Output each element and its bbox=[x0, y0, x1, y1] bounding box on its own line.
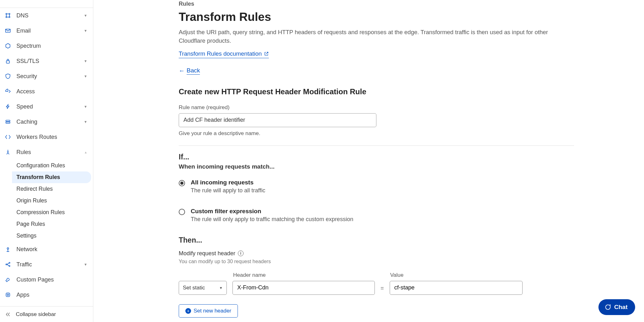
chevron-down-icon: ▼ bbox=[84, 74, 87, 78]
svg-rect-12 bbox=[6, 293, 10, 297]
page-title: Transform Rules bbox=[179, 10, 631, 24]
svg-point-2 bbox=[6, 16, 7, 17]
match-option-title: All incoming requests bbox=[191, 179, 265, 186]
documentation-link[interactable]: Transform Rules documentation bbox=[179, 50, 269, 58]
sidebar-item-spectrum[interactable]: Spectrum bbox=[0, 38, 93, 53]
bolt-icon bbox=[4, 103, 12, 110]
sidebar-item-ssl[interactable]: SSL/TLS ▼ bbox=[0, 53, 93, 69]
sidebar-item-label: Email bbox=[16, 28, 84, 34]
sidebar-item-access[interactable]: Access bbox=[0, 84, 93, 99]
chevron-down-icon: ▼ bbox=[84, 263, 87, 266]
main-content: Rules Transform Rules Adjust the URI pat… bbox=[93, 0, 644, 322]
rule-name-input[interactable] bbox=[179, 113, 376, 127]
sidebar-item-label: Workers Routes bbox=[16, 134, 87, 140]
svg-point-0 bbox=[6, 13, 7, 14]
sidebar-nav: DNS ▼ Email ▼ Spectrum SSL/T bbox=[0, 8, 93, 306]
sidebar-item-label: Apps bbox=[16, 292, 87, 298]
sidebar-item-label: Rules bbox=[16, 149, 84, 156]
chevron-down-icon: ▼ bbox=[84, 120, 87, 124]
rule-name-label: Rule name (required) bbox=[179, 104, 631, 111]
if-title: If... bbox=[179, 153, 631, 161]
sidebar-item-label: Network bbox=[16, 246, 87, 253]
section-title: Create new HTTP Request Header Modificat… bbox=[179, 87, 631, 96]
match-option-all[interactable]: All incoming requests The rule will appl… bbox=[179, 179, 631, 194]
header-value-label: Value bbox=[390, 272, 523, 278]
sidebar-item-label: Spectrum bbox=[16, 43, 87, 49]
access-icon bbox=[4, 88, 12, 95]
chat-widget-button[interactable]: Chat bbox=[598, 299, 635, 315]
external-link-icon bbox=[264, 51, 269, 56]
sidebar-item-label: Custom Pages bbox=[16, 276, 87, 283]
sidebar-item-label: Speed bbox=[16, 103, 84, 110]
add-header-button[interactable]: + Set new header bbox=[179, 304, 238, 318]
match-option-desc: The rule will apply to all traffic bbox=[191, 187, 265, 194]
sidebar-rules-children: Configuration Rules Transform Rules Redi… bbox=[0, 160, 93, 242]
sidebar-item-label: SSL/TLS bbox=[16, 58, 84, 65]
caching-icon bbox=[4, 118, 12, 125]
then-title: Then... bbox=[179, 236, 631, 245]
workers-icon bbox=[4, 133, 12, 140]
sidebar-item-label: Access bbox=[16, 88, 87, 95]
traffic-icon bbox=[4, 261, 12, 268]
section-divider bbox=[179, 146, 574, 146]
sidebar-sub-compression-rules[interactable]: Compression Rules bbox=[12, 207, 91, 218]
sidebar-item-caching[interactable]: Caching ▼ bbox=[0, 114, 93, 129]
plus-circle-icon: + bbox=[185, 308, 191, 314]
then-subtitle: Modify request header bbox=[179, 250, 235, 257]
radio-unselected-icon[interactable] bbox=[179, 209, 185, 215]
collapse-sidebar-button[interactable]: Collapse sidebar bbox=[0, 306, 93, 322]
sidebar-sub-page-rules[interactable]: Page Rules bbox=[12, 218, 91, 230]
sidebar-item-label: Caching bbox=[16, 119, 84, 125]
rules-icon bbox=[4, 149, 12, 156]
sidebar-item-apps[interactable]: Apps bbox=[0, 287, 93, 302]
svg-point-9 bbox=[6, 264, 7, 265]
sidebar-item-speed[interactable]: Speed ▼ bbox=[0, 99, 93, 114]
arrow-left-icon: ← bbox=[179, 67, 185, 74]
sidebar-item-security[interactable]: Security ▼ bbox=[0, 69, 93, 84]
sidebar-sub-redirect-rules[interactable]: Redirect Rules bbox=[12, 183, 91, 195]
sidebar-sub-configuration-rules[interactable]: Configuration Rules bbox=[12, 160, 91, 171]
breadcrumb: Rules bbox=[179, 1, 631, 7]
chevron-down-icon: ▼ bbox=[84, 105, 87, 108]
header-modification-row: Set static ▼ Header name = Value bbox=[179, 272, 631, 295]
sidebar-item-dns[interactable]: DNS ▼ bbox=[0, 8, 93, 23]
header-name-label: Header name bbox=[232, 272, 375, 278]
chevron-down-icon: ▼ bbox=[84, 14, 87, 17]
lock-icon bbox=[4, 58, 12, 65]
sidebar-sub-settings[interactable]: Settings bbox=[12, 230, 91, 242]
sidebar-sub-origin-rules[interactable]: Origin Rules bbox=[12, 195, 91, 207]
match-option-custom[interactable]: Custom filter expression The rule will o… bbox=[179, 208, 631, 223]
action-select-value: Set static bbox=[183, 285, 205, 291]
apps-icon bbox=[4, 291, 12, 298]
email-icon bbox=[4, 27, 12, 34]
info-icon[interactable]: i bbox=[238, 251, 244, 256]
sidebar-item-traffic[interactable]: Traffic ▼ bbox=[0, 257, 93, 272]
svg-point-11 bbox=[9, 265, 10, 266]
match-option-desc: The rule will only apply to traffic matc… bbox=[191, 216, 353, 223]
chat-label: Chat bbox=[614, 304, 628, 311]
collapse-sidebar-label: Collapse sidebar bbox=[16, 311, 56, 318]
svg-point-3 bbox=[9, 16, 10, 17]
radio-selected-icon[interactable] bbox=[179, 180, 185, 186]
header-name-input[interactable] bbox=[232, 281, 375, 295]
then-help-text: You can modify up to 30 request headers bbox=[179, 259, 631, 264]
sidebar-item-custom-pages[interactable]: Custom Pages bbox=[0, 272, 93, 287]
wrench-icon bbox=[4, 276, 12, 283]
sidebar-item-workers[interactable]: Workers Routes bbox=[0, 129, 93, 145]
if-subtitle: When incoming requests match... bbox=[179, 163, 631, 170]
shield-icon bbox=[4, 73, 12, 80]
svg-point-10 bbox=[9, 262, 10, 263]
header-value-input[interactable] bbox=[390, 281, 523, 295]
chevron-down-icon: ▼ bbox=[219, 286, 223, 290]
sidebar-item-email[interactable]: Email ▼ bbox=[0, 23, 93, 38]
back-link[interactable]: ← Back bbox=[179, 67, 200, 75]
action-select[interactable]: Set static ▼ bbox=[179, 281, 227, 295]
sidebar-sub-transform-rules[interactable]: Transform Rules bbox=[12, 171, 91, 183]
svg-point-1 bbox=[9, 13, 10, 14]
sidebar-item-rules[interactable]: Rules ▲ bbox=[0, 145, 93, 160]
chevron-down-icon: ▼ bbox=[84, 29, 87, 33]
add-header-label: Set new header bbox=[194, 308, 231, 314]
sidebar-item-network[interactable]: Network bbox=[0, 242, 93, 257]
sidebar-item-label: Security bbox=[16, 73, 84, 80]
svg-rect-5 bbox=[6, 61, 9, 63]
